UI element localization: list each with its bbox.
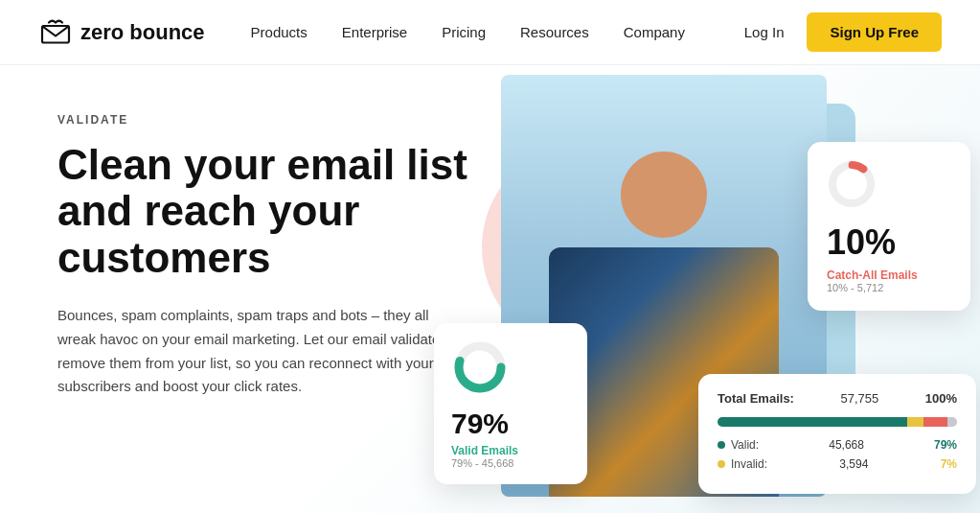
person-head <box>621 152 707 238</box>
pb-invalid <box>907 417 924 427</box>
hero-content: VALIDATE Clean your email list and reach… <box>0 65 479 513</box>
valid-pct: 79% <box>934 438 957 452</box>
valid-percent: 79% <box>451 408 570 440</box>
stats-header: Total Emails: 57,755 100% <box>718 391 957 406</box>
logo[interactable]: zero bounce <box>38 19 205 46</box>
stat-row-valid: Valid: 45,668 79% <box>718 438 957 452</box>
pb-catchall <box>923 417 947 427</box>
nav-links: Products Enterprise Pricing Resources Co… <box>251 24 744 40</box>
valid-dot: Valid: <box>718 438 759 452</box>
hero-visual: 10% Catch-All Emails 10% - 5,712 79% Val… <box>424 65 980 513</box>
navbar: zero bounce Products Enterprise Pricing … <box>0 0 980 65</box>
catchall-label: Catch-All Emails <box>827 268 951 282</box>
logo-text: zero bounce <box>80 20 205 45</box>
stat-row-invalid: Invalid: 3,594 7% <box>718 457 957 471</box>
validate-label: VALIDATE <box>57 113 479 127</box>
invalid-pct: 7% <box>941 457 957 471</box>
nav-enterprise[interactable]: Enterprise <box>342 24 407 40</box>
logo-icon <box>38 19 73 46</box>
pb-other <box>947 417 957 427</box>
nav-products[interactable]: Products <box>251 24 308 40</box>
nav-pricing[interactable]: Pricing <box>442 24 486 40</box>
progress-bar <box>718 417 957 427</box>
invalid-dot: Invalid: <box>718 457 767 471</box>
hero-description: Bounces, spam complaints, spam traps and… <box>57 304 460 399</box>
card-valid: 79% Valid Emails 79% - 45,668 <box>434 323 587 484</box>
valid-label: Valid Emails <box>451 444 570 457</box>
login-button[interactable]: Log In <box>744 24 785 40</box>
valid-sublabel: 79% - 45,668 <box>451 457 570 469</box>
invalid-count: 3,594 <box>839 457 868 471</box>
stats-total-pct: 100% <box>925 391 957 406</box>
card-catchall: 10% Catch-All Emails 10% - 5,712 <box>808 142 970 311</box>
donut-chart-valid <box>451 338 509 396</box>
stats-total: 57,755 <box>840 391 878 406</box>
nav-actions: Log In Sign Up Free <box>744 12 942 52</box>
signup-button[interactable]: Sign Up Free <box>807 12 942 52</box>
nav-resources[interactable]: Resources <box>520 24 589 40</box>
card-stats: Total Emails: 57,755 100% Valid: 45,668 … <box>698 374 976 494</box>
nav-company[interactable]: Company <box>624 24 685 40</box>
catchall-percent: 10% <box>827 222 951 263</box>
valid-count: 45,668 <box>829 438 864 452</box>
pb-valid <box>718 417 907 427</box>
hero-section: VALIDATE Clean your email list and reach… <box>0 65 980 513</box>
catchall-sublabel: 10% - 5,712 <box>827 282 951 293</box>
hero-title: Clean your email list and reach your cus… <box>57 142 479 281</box>
stats-title: Total Emails: <box>718 391 794 406</box>
donut-chart-small <box>827 159 877 209</box>
